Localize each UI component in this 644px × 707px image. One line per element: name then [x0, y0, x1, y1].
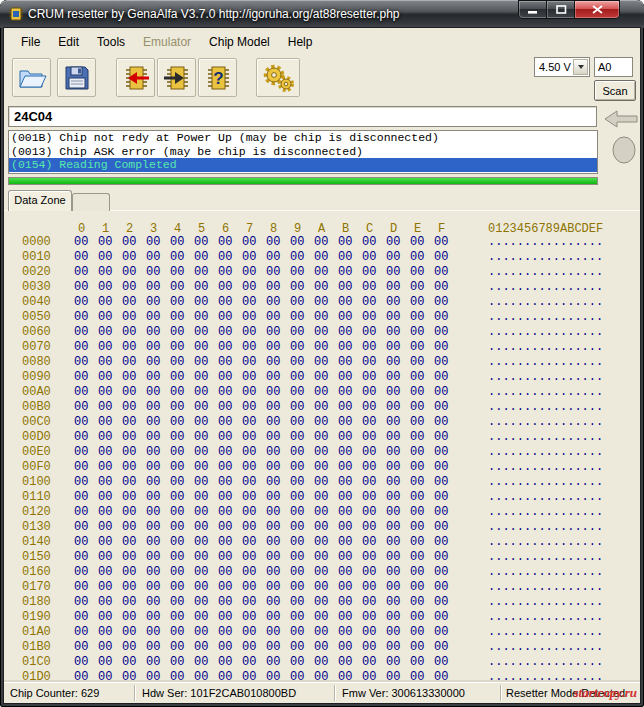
hex-byte[interactable]: 00 [74, 580, 98, 595]
hex-byte[interactable]: 00 [362, 370, 386, 385]
hex-byte[interactable]: 00 [170, 580, 194, 595]
hex-byte[interactable]: 00 [98, 310, 122, 325]
hex-byte[interactable]: 00 [338, 415, 362, 430]
hex-byte[interactable]: 00 [362, 355, 386, 370]
hex-byte[interactable]: 00 [290, 610, 314, 625]
hex-byte[interactable]: 00 [266, 655, 290, 670]
hex-byte[interactable]: 00 [266, 490, 290, 505]
hex-byte[interactable]: 00 [266, 595, 290, 610]
maximize-button[interactable] [547, 1, 575, 18]
hex-byte[interactable]: 00 [146, 520, 170, 535]
hex-byte[interactable]: 00 [386, 550, 410, 565]
hex-byte[interactable]: 00 [146, 370, 170, 385]
hex-byte[interactable]: 00 [170, 460, 194, 475]
hex-byte[interactable]: 00 [194, 265, 218, 280]
hex-byte[interactable]: 00 [218, 595, 242, 610]
menu-item-emulator[interactable]: Emulator [134, 31, 200, 53]
hex-byte[interactable]: 00 [74, 625, 98, 640]
hex-byte[interactable]: 00 [122, 580, 146, 595]
hex-byte[interactable]: 00 [122, 550, 146, 565]
hex-byte[interactable]: 00 [290, 505, 314, 520]
hex-byte[interactable]: 00 [194, 640, 218, 655]
hex-byte[interactable]: 00 [122, 565, 146, 580]
hex-byte[interactable]: 00 [266, 475, 290, 490]
hex-byte[interactable]: 00 [122, 415, 146, 430]
hex-byte[interactable]: 00 [362, 310, 386, 325]
hex-byte[interactable]: 00 [434, 385, 458, 400]
hex-byte[interactable]: 00 [386, 595, 410, 610]
hex-byte[interactable]: 00 [338, 595, 362, 610]
hex-byte[interactable]: 00 [362, 250, 386, 265]
hex-byte[interactable]: 00 [146, 610, 170, 625]
menu-item-chip-model[interactable]: Chip Model [200, 31, 279, 53]
hex-byte[interactable]: 00 [74, 565, 98, 580]
hex-byte[interactable]: 00 [290, 280, 314, 295]
menu-item-edit[interactable]: Edit [49, 31, 88, 53]
hex-byte[interactable]: 00 [386, 250, 410, 265]
hex-byte[interactable]: 00 [242, 460, 266, 475]
hex-byte[interactable]: 00 [338, 340, 362, 355]
hex-byte[interactable]: 00 [362, 400, 386, 415]
hex-byte[interactable]: 00 [170, 265, 194, 280]
hex-byte[interactable]: 00 [314, 355, 338, 370]
hex-byte[interactable]: 00 [242, 445, 266, 460]
menu-item-help[interactable]: Help [279, 31, 322, 53]
hex-byte[interactable]: 00 [218, 385, 242, 400]
hex-byte[interactable]: 00 [242, 655, 266, 670]
hex-byte[interactable]: 00 [338, 430, 362, 445]
hex-byte[interactable]: 00 [74, 475, 98, 490]
hex-byte[interactable]: 00 [386, 445, 410, 460]
hex-byte[interactable]: 00 [434, 565, 458, 580]
hex-byte[interactable]: 00 [122, 610, 146, 625]
hex-byte[interactable]: 00 [98, 655, 122, 670]
hex-byte[interactable]: 00 [338, 280, 362, 295]
hex-byte[interactable]: 00 [98, 340, 122, 355]
hex-byte[interactable]: 00 [290, 565, 314, 580]
hex-byte[interactable]: 00 [74, 280, 98, 295]
hex-byte[interactable]: 00 [122, 430, 146, 445]
hex-byte[interactable]: 00 [434, 640, 458, 655]
hex-byte[interactable]: 00 [194, 490, 218, 505]
hex-byte[interactable]: 00 [146, 655, 170, 670]
hex-byte[interactable]: 00 [290, 580, 314, 595]
hex-byte[interactable]: 00 [386, 475, 410, 490]
hex-byte[interactable]: 00 [410, 580, 434, 595]
hex-byte[interactable]: 00 [266, 400, 290, 415]
hex-byte[interactable]: 00 [122, 640, 146, 655]
hex-byte[interactable]: 00 [98, 550, 122, 565]
hex-byte[interactable]: 00 [218, 535, 242, 550]
hex-byte[interactable]: 00 [170, 475, 194, 490]
hex-byte[interactable]: 00 [98, 250, 122, 265]
hex-byte[interactable]: 00 [362, 490, 386, 505]
hex-byte[interactable]: 00 [386, 355, 410, 370]
hex-byte[interactable]: 00 [290, 445, 314, 460]
hex-byte[interactable]: 00 [122, 475, 146, 490]
hex-byte[interactable]: 00 [410, 445, 434, 460]
hex-byte[interactable]: 00 [386, 400, 410, 415]
hex-byte[interactable]: 00 [362, 340, 386, 355]
hex-byte[interactable]: 00 [146, 280, 170, 295]
hex-byte[interactable]: 00 [314, 310, 338, 325]
minimize-button[interactable] [519, 1, 547, 18]
hex-byte[interactable]: 00 [338, 265, 362, 280]
hex-byte[interactable]: 00 [146, 565, 170, 580]
hex-byte[interactable]: 00 [122, 445, 146, 460]
tab-extra[interactable] [72, 193, 110, 211]
hex-byte[interactable]: 00 [194, 400, 218, 415]
hex-byte[interactable]: 00 [362, 520, 386, 535]
hex-byte[interactable]: 00 [290, 310, 314, 325]
hex-byte[interactable]: 00 [74, 265, 98, 280]
hex-byte[interactable]: 00 [434, 325, 458, 340]
hex-byte[interactable]: 00 [218, 415, 242, 430]
hex-byte[interactable]: 00 [410, 430, 434, 445]
hex-byte[interactable]: 00 [170, 490, 194, 505]
hex-byte[interactable]: 00 [170, 595, 194, 610]
hex-byte[interactable]: 00 [218, 565, 242, 580]
log-item[interactable]: (0013) Chip ASK error (may be chip is di… [9, 145, 597, 159]
hex-byte[interactable]: 00 [122, 385, 146, 400]
hex-byte[interactable]: 00 [242, 505, 266, 520]
hex-byte[interactable]: 00 [386, 535, 410, 550]
hex-byte[interactable]: 00 [74, 430, 98, 445]
hex-byte[interactable]: 00 [194, 520, 218, 535]
hex-byte[interactable]: 00 [98, 295, 122, 310]
